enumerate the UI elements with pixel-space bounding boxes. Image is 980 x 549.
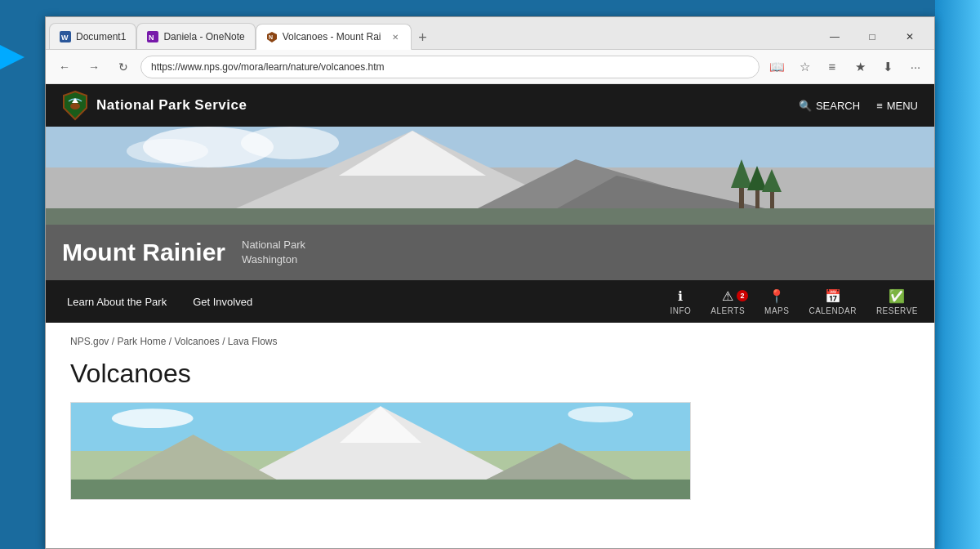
svg-point-11 <box>127 139 208 163</box>
nps-search-button[interactable]: 🔍 SEARCH <box>799 100 860 112</box>
tab-volcanoes[interactable]: N Volcanoes - Mount Rai ✕ <box>256 24 412 50</box>
toolbar-icons: 📖 ☆ ≡ ★ ⬇ ··· <box>764 55 928 79</box>
address-bar: ← → ↻ 📖 ☆ ≡ ★ ⬇ ··· <box>46 50 934 84</box>
minimize-button[interactable]: — <box>817 25 853 49</box>
nav-info-item[interactable]: ℹ INFO <box>662 288 699 315</box>
url-input[interactable] <box>140 56 760 78</box>
nps-menu-button[interactable]: ≡ MENU <box>876 100 918 112</box>
new-tab-button[interactable]: + <box>412 26 434 49</box>
calendar-icon: 📅 <box>825 288 841 304</box>
nav-maps-item[interactable]: 📍 MAPS <box>756 288 797 315</box>
reading-view-button[interactable]: 📖 <box>764 55 789 79</box>
nps-topbar-right: 🔍 SEARCH ≡ MENU <box>799 100 918 112</box>
breadcrumb: NPS.gov / Park Home / Volcanoes / Lava F… <box>70 336 910 347</box>
park-subtitle-line2: Washington <box>242 252 305 267</box>
tab-document1[interactable]: W Volcanoes Document1 <box>49 23 136 49</box>
alerts-icon: ⚠ <box>722 288 733 304</box>
maps-label: MAPS <box>764 306 789 315</box>
back-button[interactable]: ← <box>52 55 77 79</box>
nav-alerts-item[interactable]: ⚠ 2 ALERTS <box>702 288 753 315</box>
park-nav: Learn About the Park Get Involved ℹ INFO… <box>46 280 934 323</box>
desktop-right-panel <box>935 0 980 549</box>
downloads-button[interactable]: ⬇ <box>875 55 900 79</box>
refresh-button[interactable]: ↻ <box>111 55 136 79</box>
close-button[interactable]: ✕ <box>892 25 928 49</box>
nps-hero-image <box>46 127 934 225</box>
nav-learn-link[interactable]: Learn About the Park <box>54 280 180 323</box>
nav-calendar-item[interactable]: 📅 CALENDAR <box>800 288 864 315</box>
onenote-icon: N <box>147 31 158 42</box>
breadcrumb-park-home[interactable]: Park Home <box>117 336 166 347</box>
park-name-bar: Mount Rainier National Park Washington <box>46 225 934 280</box>
nps-icon: N <box>266 31 278 42</box>
volcano-image-svg <box>71 403 690 499</box>
alert-badge: 2 <box>737 290 748 301</box>
svg-point-10 <box>241 127 339 159</box>
page-title: Volcanoes <box>70 359 910 389</box>
maximize-button[interactable]: □ <box>854 25 890 49</box>
breadcrumb-current: Volcanoes / Lava Flows <box>174 336 277 347</box>
park-nav-links: Learn About the Park Get Involved <box>54 280 265 323</box>
nps-logo[interactable]: National Park Service <box>62 90 247 121</box>
window-controls: — □ ✕ <box>817 25 931 49</box>
maps-icon: 📍 <box>768 288 785 304</box>
menu-icon: ≡ <box>876 100 883 112</box>
park-subtitle-line1: National Park <box>242 238 305 252</box>
svg-text:W: W <box>61 33 69 42</box>
reserve-label: RESERVE <box>876 306 918 315</box>
nps-title: National Park Service <box>96 97 247 114</box>
tab-bar: W Volcanoes Document1 N Daniela - OneNot… <box>46 17 934 50</box>
svg-point-30 <box>112 408 194 428</box>
browser-window: W Volcanoes Document1 N Daniela - OneNot… <box>45 16 935 549</box>
nps-topbar: National Park Service 🔍 SEARCH ≡ MENU <box>46 84 934 127</box>
svg-rect-22 <box>46 208 934 225</box>
tab-onenote[interactable]: N Daniela - OneNote <box>136 23 255 49</box>
svg-point-5 <box>70 103 80 109</box>
nps-website: National Park Service 🔍 SEARCH ≡ MENU <box>46 84 934 548</box>
svg-text:N: N <box>149 33 154 42</box>
volcano-image <box>70 402 691 500</box>
nav-reserve-item[interactable]: ✅ RESERVE <box>868 288 926 315</box>
favorites-button[interactable]: ☆ <box>792 55 817 79</box>
search-icon: 🔍 <box>799 100 812 112</box>
hero-mountain-svg <box>46 127 934 225</box>
nav-involved-link[interactable]: Get Involved <box>180 280 265 323</box>
tab2-label: Daniela - OneNote <box>163 31 244 42</box>
park-subtitle: National Park Washington <box>242 238 305 267</box>
tab3-label: Volcanoes - Mount Rai <box>283 31 381 42</box>
hub-button[interactable]: ≡ <box>820 55 844 79</box>
breadcrumb-nps[interactable]: NPS.gov <box>70 336 109 347</box>
favorites2-button[interactable]: ★ <box>848 55 872 79</box>
svg-rect-29 <box>71 480 690 499</box>
park-nav-icons: ℹ INFO ⚠ 2 ALERTS 📍 MAPS 📅 CALENDAR <box>662 288 926 315</box>
more-button[interactable]: ··· <box>903 55 928 79</box>
tab-close-button[interactable]: ✕ <box>390 31 401 42</box>
tab1-label: Document1 <box>76 31 126 42</box>
info-label: INFO <box>670 306 691 315</box>
nps-main-content: NPS.gov / Park Home / Volcanoes / Lava F… <box>46 323 934 548</box>
svg-text:N: N <box>269 34 273 40</box>
svg-point-31 <box>568 406 633 422</box>
word-icon: W <box>60 31 71 42</box>
calendar-label: CALENDAR <box>808 306 856 315</box>
reserve-icon: ✅ <box>889 288 905 304</box>
nps-shield-icon <box>62 90 88 121</box>
forward-button[interactable]: → <box>82 55 106 79</box>
info-icon: ℹ <box>678 288 683 304</box>
alerts-label: ALERTS <box>710 306 745 315</box>
park-name: Mount Rainier <box>62 239 225 266</box>
blue-arrow-indicator <box>0 45 45 69</box>
